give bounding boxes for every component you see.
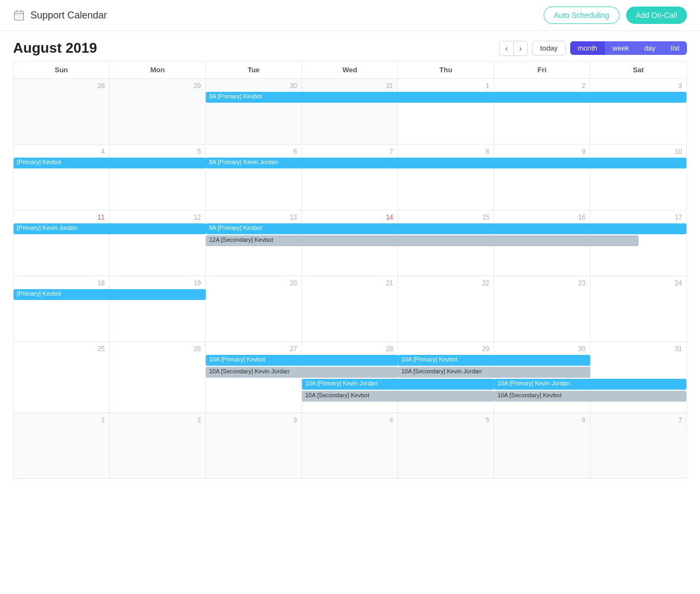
week-row-5: 25 26 27 28 29 30 31 10A [Primary] Kevbo… xyxy=(14,342,686,413)
day-cell: 29 xyxy=(110,79,206,144)
event-bar[interactable]: 10A [Primary] Kevbot xyxy=(398,355,590,366)
day-cell: 24 xyxy=(590,276,686,341)
event-bar[interactable]: 10A [Secondary] Kevbot xyxy=(302,391,494,402)
event-bar[interactable]: 12A [Secondary] Kevbot xyxy=(206,235,639,246)
day-cell: 1 xyxy=(14,413,110,478)
controls-right: ‹ › today month week day list xyxy=(499,41,687,56)
event-bar[interactable]: 10A [Secondary] Kevin Jordan xyxy=(398,367,590,378)
day-cell: 11 xyxy=(14,210,110,276)
calendar-icon xyxy=(13,9,25,21)
event-bar[interactable]: 8A [Primary] Kevbot xyxy=(206,223,686,234)
calendar-controls: August 2019 ‹ › today month week day lis… xyxy=(0,31,700,61)
day-cell: 10 xyxy=(590,145,686,210)
week-row-1: 28 29 30 31 1 2 3 8A [Primary] Kevbot xyxy=(14,79,686,145)
event-bar[interactable]: 10A [Primary] Kevin Jordan xyxy=(302,379,494,390)
week-row-3: 11 12 13 14 15 16 17 [Primary] Kevin Jor… xyxy=(14,210,686,276)
view-month-button[interactable]: month xyxy=(570,41,605,55)
day-header-sun: Sun xyxy=(14,61,110,79)
event-bar[interactable]: [Primary] Kevbot xyxy=(14,289,206,300)
view-day-button[interactable]: day xyxy=(636,41,663,55)
view-list-button[interactable]: list xyxy=(663,41,687,55)
day-header-wed: Wed xyxy=(302,61,398,79)
day-cell: 6 xyxy=(494,413,590,478)
day-cell: 25 xyxy=(14,342,110,412)
week-row-2: 4 5 6 7 8 9 10 [Primary] Kevbot 8A [Prim… xyxy=(14,145,686,210)
day-cell: 2 xyxy=(110,413,206,478)
day-header-mon: Mon xyxy=(110,61,206,79)
day-cell: 3 xyxy=(206,413,302,478)
day-cell: 31 xyxy=(302,79,398,144)
day-cell: 30 xyxy=(206,79,302,144)
event-bar[interactable]: 8A [Primary] Kevbot xyxy=(206,92,686,103)
header-right: Auto Scheduling Add On-Call xyxy=(544,7,687,24)
day-cell: 9 xyxy=(494,145,590,210)
day-cell: 3 xyxy=(590,79,686,144)
day-header-fri: Fri xyxy=(494,61,590,79)
day-header-sat: Sat xyxy=(590,61,686,79)
header-left: Support Calendar xyxy=(13,9,107,21)
header: Support Calendar Auto Scheduling Add On-… xyxy=(0,0,700,31)
event-bar[interactable]: 10A [Secondary] Kevin Jordan xyxy=(206,367,398,378)
prev-button[interactable]: ‹ xyxy=(500,41,514,55)
day-cell: 7 xyxy=(302,145,398,210)
day-cell: 22 xyxy=(398,276,494,341)
event-bar[interactable]: 10A [Primary] Kevbot xyxy=(206,355,398,366)
day-cell: 5 xyxy=(398,413,494,478)
day-cell: 23 xyxy=(494,276,590,341)
add-oncall-button[interactable]: Add On-Call xyxy=(626,7,687,24)
day-cell: 21 xyxy=(302,276,398,341)
view-btn-group: month week day list xyxy=(570,41,687,55)
nav-pair: ‹ › xyxy=(499,41,527,56)
app-title: Support Calendar xyxy=(30,10,107,21)
day-cell: 6 xyxy=(206,145,302,210)
day-cell: 2 xyxy=(494,79,590,144)
day-cell: 28 xyxy=(14,79,110,144)
day-cell: 5 xyxy=(110,145,206,210)
day-header-thu: Thu xyxy=(398,61,494,79)
day-cell: 1 xyxy=(398,79,494,144)
day-cell: 31 xyxy=(590,342,686,412)
day-cell: 20 xyxy=(206,276,302,341)
week-row-4: 18 19 20 21 22 23 24 [Primary] Kevbot xyxy=(14,276,686,342)
day-cell: 4 xyxy=(302,413,398,478)
day-cell: 8 xyxy=(398,145,494,210)
event-bar[interactable]: [Primary] Kevin Jordan xyxy=(14,223,206,234)
view-week-button[interactable]: week xyxy=(605,41,636,55)
day-cell: 12 xyxy=(110,210,206,276)
next-button[interactable]: › xyxy=(514,41,527,55)
calendar-title: August 2019 xyxy=(13,40,97,57)
day-cell: 7 xyxy=(590,413,686,478)
event-bar[interactable]: [Primary] Kevbot xyxy=(14,158,206,168)
today-button[interactable]: today xyxy=(532,41,566,55)
week-row-6: 1 2 3 4 5 6 7 xyxy=(14,413,686,478)
auto-scheduling-button[interactable]: Auto Scheduling xyxy=(544,7,620,24)
event-bar[interactable]: 10A [Secondary] Kevbot xyxy=(494,391,686,402)
day-cell: 4 xyxy=(14,145,110,210)
event-bar[interactable]: 10A [Primary] Kevin Jordan xyxy=(494,379,686,390)
day-cell: 18 xyxy=(14,276,110,341)
day-cell: 19 xyxy=(110,276,206,341)
calendar-wrapper: Sun Mon Tue Wed Thu Fri Sat 28 29 30 31 … xyxy=(0,61,700,492)
calendar-grid: Sun Mon Tue Wed Thu Fri Sat 28 29 30 31 … xyxy=(13,61,687,479)
day-header-tue: Tue xyxy=(206,61,302,79)
event-bar[interactable]: 8A [Primary] Kevin Jordan xyxy=(206,158,686,168)
day-cell: 26 xyxy=(110,342,206,412)
day-headers: Sun Mon Tue Wed Thu Fri Sat xyxy=(14,61,686,79)
